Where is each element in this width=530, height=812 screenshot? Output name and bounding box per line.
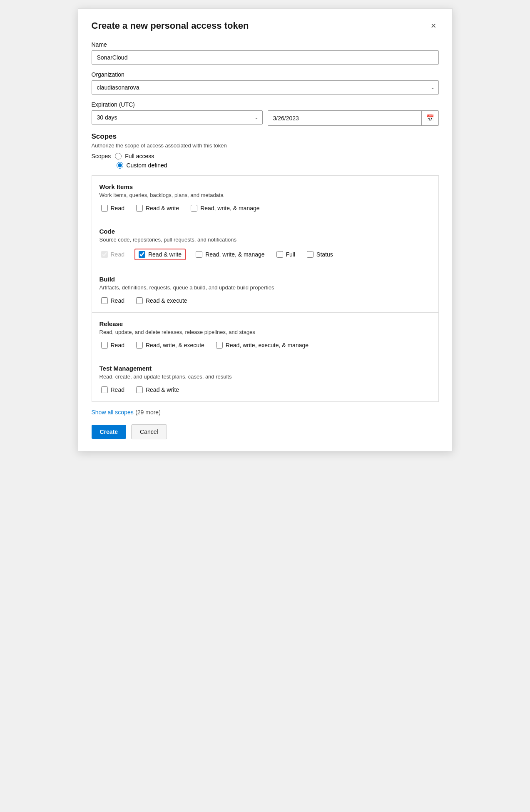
scope-section-code: Code Source code, repositories, pull req…: [92, 220, 438, 268]
scopes-radio-group: Scopes Full access Custom defined: [92, 153, 439, 169]
show-all-count: (29 more): [135, 409, 161, 416]
work-items-desc: Work items, queries, backlogs, plans, an…: [100, 192, 431, 198]
create-token-modal: Create a new personal access token × Nam…: [78, 8, 453, 451]
close-button[interactable]: ×: [428, 20, 439, 31]
wi-read-label[interactable]: Read: [100, 204, 126, 212]
org-select-wrapper: claudiasonarova ⌄: [92, 80, 439, 95]
radio-custom[interactable]: [117, 162, 123, 169]
cancel-button[interactable]: Cancel: [131, 424, 167, 439]
work-items-title: Work Items: [100, 183, 431, 190]
radio-full-access-label[interactable]: Full access: [115, 153, 154, 159]
wi-rwm-checkbox[interactable]: [191, 205, 197, 212]
code-read-text: Read: [111, 251, 124, 258]
release-rwem-label[interactable]: Read, write, execute, & manage: [214, 341, 310, 349]
tm-read-text: Read: [111, 386, 124, 393]
date-input[interactable]: [268, 112, 421, 125]
work-items-checkboxes: Read Read & write Read, write, & manage: [100, 204, 431, 212]
date-input-wrapper: 📅: [268, 110, 439, 126]
scopes-radio-row-custom: Custom defined: [117, 162, 439, 169]
release-rwe-checkbox[interactable]: [136, 342, 143, 349]
show-all-scopes-row: Show all scopes (29 more): [92, 408, 439, 416]
release-title: Release: [100, 320, 431, 327]
release-checkboxes: Read Read, write, & execute Read, write,…: [100, 341, 431, 349]
wi-rw-label[interactable]: Read & write: [134, 204, 181, 212]
release-read-label[interactable]: Read: [100, 341, 126, 349]
tm-read-label[interactable]: Read: [100, 386, 126, 394]
scope-section-test-mgmt: Test Management Read, create, and update…: [92, 357, 438, 401]
code-rw-text: Read & write: [148, 251, 182, 258]
create-button[interactable]: Create: [92, 425, 127, 439]
code-status-text: Status: [316, 251, 333, 258]
expiration-select-wrapper: 30 days 60 days 90 days Custom ⌄: [92, 110, 263, 125]
name-input[interactable]: [92, 50, 439, 65]
scopes-section: Scopes Authorize the scope of access ass…: [92, 132, 439, 416]
code-checkboxes: Read Read & write Read, write, & manage …: [100, 249, 431, 260]
code-read-label[interactable]: Read: [100, 250, 126, 259]
expiration-field-group: Expiration (UTC) 30 days 60 days 90 days…: [92, 101, 439, 126]
scopes-subtitle: Authorize the scope of access associated…: [92, 142, 439, 149]
modal-title: Create a new personal access token: [92, 20, 249, 31]
release-rwem-checkbox[interactable]: [216, 342, 223, 349]
scope-section-build: Build Artifacts, definitions, requests, …: [92, 268, 438, 313]
release-rwe-text: Read, write, & execute: [146, 342, 204, 349]
tm-rw-label[interactable]: Read & write: [134, 386, 181, 394]
code-status-label[interactable]: Status: [305, 250, 335, 259]
footer-buttons: Create Cancel: [92, 424, 439, 439]
code-desc: Source code, repositories, pull requests…: [100, 237, 431, 243]
code-full-checkbox[interactable]: [276, 251, 283, 258]
build-read-checkbox[interactable]: [101, 297, 108, 304]
modal-header: Create a new personal access token ×: [92, 20, 439, 31]
release-read-checkbox[interactable]: [101, 342, 108, 349]
wi-rwm-label[interactable]: Read, write, & manage: [189, 204, 261, 212]
scopes-title: Scopes: [92, 132, 439, 141]
code-full-text: Full: [286, 251, 296, 258]
release-rwem-text: Read, write, execute, & manage: [226, 342, 309, 349]
wi-read-checkbox[interactable]: [101, 205, 108, 212]
expiration-date-wrapper: 📅: [268, 110, 439, 126]
tm-rw-checkbox[interactable]: [136, 386, 143, 393]
expiration-label: Expiration (UTC): [92, 101, 439, 108]
org-field-group: Organization claudiasonarova ⌄: [92, 71, 439, 95]
build-desc: Artifacts, definitions, requests, queue …: [100, 284, 431, 291]
name-field-group: Name: [92, 41, 439, 65]
code-rwm-text: Read, write, & manage: [205, 251, 264, 258]
scopes-radio-row-full: Scopes Full access: [92, 153, 439, 159]
scopes-inline-label: Scopes: [92, 153, 111, 159]
code-rw-label[interactable]: Read & write: [134, 249, 186, 260]
calendar-icon-button[interactable]: 📅: [421, 111, 438, 125]
release-read-text: Read: [111, 342, 124, 349]
build-re-text: Read & execute: [146, 297, 187, 304]
build-re-checkbox[interactable]: [136, 297, 143, 304]
scopes-scroll-area[interactable]: Work Items Work items, queries, backlogs…: [92, 175, 439, 402]
code-title: Code: [100, 228, 431, 235]
scope-section-release: Release Read, update, and delete release…: [92, 313, 438, 357]
radio-full-access-text: Full access: [125, 153, 154, 159]
show-all-scopes-link[interactable]: Show all scopes: [92, 409, 134, 416]
code-full-label[interactable]: Full: [275, 250, 297, 259]
build-re-label[interactable]: Read & execute: [134, 296, 189, 305]
code-rwm-label[interactable]: Read, write, & manage: [194, 250, 266, 259]
code-rwm-checkbox[interactable]: [196, 251, 202, 258]
wi-rw-text: Read & write: [146, 205, 179, 212]
build-read-label[interactable]: Read: [100, 296, 126, 305]
build-checkboxes: Read Read & execute: [100, 296, 431, 305]
code-read-checkbox: [101, 251, 108, 258]
radio-custom-text: Custom defined: [127, 162, 167, 169]
tm-rw-text: Read & write: [146, 386, 179, 393]
wi-read-text: Read: [111, 205, 124, 212]
build-title: Build: [100, 276, 431, 283]
release-rwe-label[interactable]: Read, write, & execute: [134, 341, 206, 349]
org-select[interactable]: claudiasonarova: [92, 80, 439, 95]
code-rw-checkbox[interactable]: [139, 251, 145, 258]
wi-rw-checkbox[interactable]: [136, 205, 143, 212]
radio-full-access[interactable]: [115, 153, 122, 159]
release-desc: Read, update, and delete releases, relea…: [100, 329, 431, 335]
wi-rwm-text: Read, write, & manage: [200, 205, 259, 212]
test-mgmt-checkboxes: Read Read & write: [100, 386, 431, 394]
tm-read-checkbox[interactable]: [101, 386, 108, 393]
name-label: Name: [92, 41, 439, 48]
code-status-checkbox[interactable]: [307, 251, 314, 258]
expiration-select[interactable]: 30 days 60 days 90 days Custom: [92, 110, 263, 125]
test-mgmt-title: Test Management: [100, 365, 431, 372]
radio-custom-label[interactable]: Custom defined: [117, 162, 167, 169]
